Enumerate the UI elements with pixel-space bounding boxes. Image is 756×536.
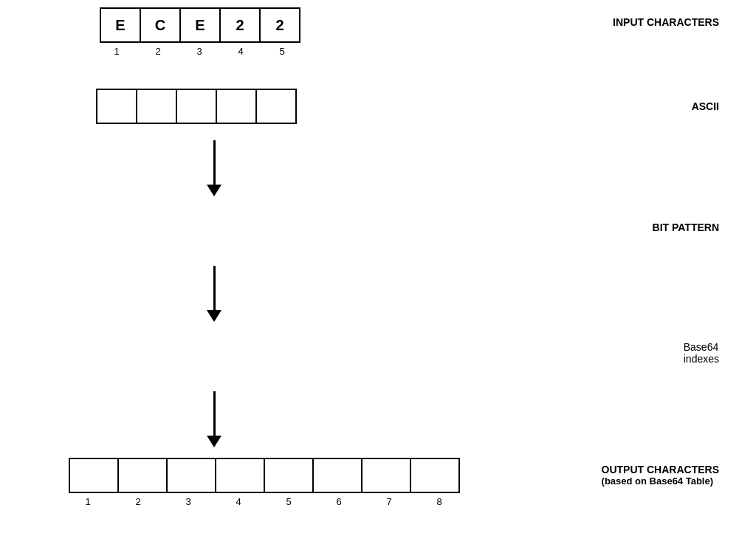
arrow-1-head — [207, 185, 221, 196]
output-num-1: 1 — [63, 496, 113, 507]
arrow-2-head — [207, 310, 221, 322]
output-cell-1 — [69, 458, 119, 493]
ascii-cell-5 — [255, 89, 297, 124]
ascii-cell-3 — [176, 89, 217, 124]
diagram-container: E C E 2 2 1 2 3 4 5 INPUT CHARACTERS ASC… — [0, 0, 756, 536]
output-cell-7 — [361, 458, 411, 493]
output-cell-numbers: 1 2 3 4 5 6 7 8 — [63, 496, 464, 507]
input-num-4: 4 — [220, 46, 261, 57]
output-cell-3 — [166, 458, 216, 493]
input-cells-row: E C E 2 2 — [100, 7, 299, 43]
output-num-5: 5 — [264, 496, 314, 507]
input-cell-3: E — [179, 7, 221, 43]
arrow-1 — [207, 140, 221, 196]
output-num-8: 8 — [414, 496, 464, 507]
ascii-text: ASCII — [692, 100, 719, 112]
arrow-1-line — [213, 140, 216, 185]
bit-pattern-label: BIT PATTERN — [653, 221, 719, 233]
output-characters-text: OUTPUT CHARACTERS — [602, 464, 719, 475]
arrow-3-head — [207, 436, 221, 447]
base64-indexes-line1: Base64 — [684, 341, 719, 353]
output-num-7: 7 — [364, 496, 414, 507]
output-cell-8 — [410, 458, 460, 493]
output-cells-row — [69, 458, 458, 493]
output-characters-sub-text: (based on Base64 Table) — [602, 475, 719, 487]
output-cell-6 — [312, 458, 362, 493]
input-num-5: 5 — [261, 46, 303, 57]
input-cell-5: 2 — [259, 7, 300, 43]
ascii-cell-4 — [216, 89, 257, 124]
output-cell-5 — [264, 458, 314, 493]
arrow-3-line — [213, 391, 216, 436]
input-num-2: 2 — [137, 46, 179, 57]
output-chars-section: 1 2 3 4 5 6 7 8 — [63, 458, 464, 507]
output-num-3: 3 — [163, 496, 213, 507]
base64-indexes-line2: indexes — [684, 353, 719, 365]
output-cell-4 — [215, 458, 265, 493]
output-num-6: 6 — [314, 496, 364, 507]
input-chars-section: E C E 2 2 1 2 3 4 5 — [96, 7, 303, 57]
ascii-section — [96, 89, 295, 124]
input-num-1: 1 — [96, 46, 137, 57]
input-cell-2: C — [140, 7, 181, 43]
output-num-4: 4 — [213, 496, 264, 507]
base64-indexes-label: Base64 indexes — [684, 341, 719, 365]
input-num-3: 3 — [179, 46, 220, 57]
arrow-3 — [207, 391, 221, 447]
input-cell-1: E — [100, 7, 141, 43]
output-cell-2 — [117, 458, 168, 493]
arrow-2-line — [213, 266, 216, 310]
ascii-cell-1 — [96, 89, 137, 124]
ascii-cell-2 — [136, 89, 177, 124]
input-cell-numbers: 1 2 3 4 5 — [96, 46, 303, 57]
output-num-2: 2 — [113, 496, 163, 507]
arrow-2 — [207, 266, 221, 322]
bit-pattern-text: BIT PATTERN — [653, 221, 719, 233]
input-characters-text: INPUT CHARACTERS — [613, 16, 719, 28]
input-cell-4: 2 — [219, 7, 261, 43]
ascii-label: ASCII — [692, 100, 719, 112]
output-characters-label: OUTPUT CHARACTERS (based on Base64 Table… — [602, 464, 719, 487]
input-characters-label: INPUT CHARACTERS — [613, 16, 719, 28]
ascii-cells-row — [96, 89, 295, 124]
